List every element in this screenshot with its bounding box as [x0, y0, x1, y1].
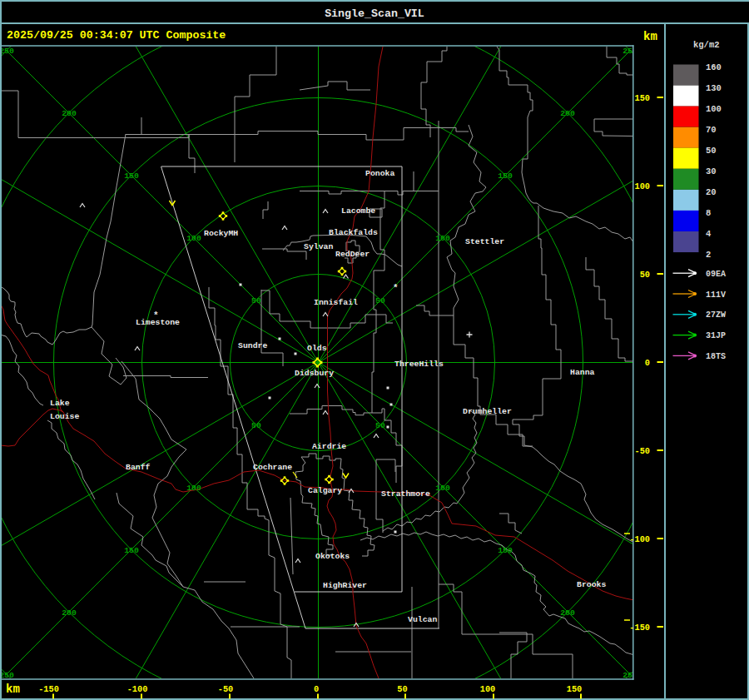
svg-text:Lacombe: Lacombe	[341, 206, 375, 216]
svg-text:250: 250	[0, 47, 14, 56]
svg-text:-150: -150	[629, 623, 650, 633]
svg-text:-50: -50	[218, 684, 234, 694]
svg-text:-50: -50	[634, 446, 650, 456]
svg-text:Banff: Banff	[126, 463, 151, 472]
svg-text:31JP: 31JP	[706, 331, 726, 340]
svg-text:Innisfail: Innisfail	[314, 298, 358, 307]
svg-text:Airdrie: Airdrie	[312, 442, 346, 451]
svg-text:Sundre: Sundre	[238, 341, 267, 350]
svg-text:18TS: 18TS	[706, 352, 726, 361]
svg-text:100: 100	[435, 484, 450, 493]
svg-text:Hanna: Hanna	[570, 368, 595, 377]
svg-text:100: 100	[186, 484, 201, 493]
svg-text:50: 50	[706, 146, 717, 156]
svg-text:100: 100	[435, 234, 450, 243]
svg-text:Stettler: Stettler	[465, 237, 504, 246]
svg-text:Calgary: Calgary	[308, 486, 342, 495]
svg-text:100: 100	[186, 234, 201, 243]
svg-text:20: 20	[706, 187, 717, 197]
svg-text:RedDeer: RedDeer	[335, 250, 370, 259]
svg-text:0: 0	[645, 358, 650, 368]
svg-text:Strathmore: Strathmore	[381, 489, 430, 499]
svg-text:2025/09/25 00:34:07 UTC Compos: 2025/09/25 00:34:07 UTC Composite	[7, 29, 226, 42]
svg-text:100: 100	[634, 181, 650, 191]
svg-text:150: 150	[124, 171, 139, 181]
svg-text:70: 70	[706, 125, 717, 135]
svg-text:50: 50	[251, 296, 261, 305]
svg-text:150: 150	[498, 171, 513, 181]
svg-text:Didsbury: Didsbury	[295, 369, 334, 378]
svg-text:200: 200	[62, 109, 77, 118]
svg-text:50: 50	[375, 421, 385, 430]
svg-text:kg/m2: kg/m2	[693, 40, 720, 50]
svg-text:50: 50	[375, 296, 385, 305]
svg-text:30: 30	[706, 166, 717, 176]
svg-text:Sylvan: Sylvan	[304, 242, 333, 251]
svg-text:160: 160	[706, 62, 722, 72]
svg-text:Lake: Lake	[50, 399, 70, 408]
svg-text:09EA: 09EA	[706, 270, 726, 279]
svg-text:Ponoka: Ponoka	[365, 169, 394, 178]
svg-text:*: *	[393, 283, 399, 293]
svg-text:200: 200	[560, 608, 575, 618]
svg-text:km: km	[6, 683, 20, 696]
svg-text:-100: -100	[127, 684, 148, 694]
svg-text:Vulcan: Vulcan	[408, 615, 437, 624]
svg-text:150: 150	[567, 684, 583, 694]
svg-text:200: 200	[560, 109, 575, 118]
svg-text:200: 200	[62, 608, 77, 618]
svg-text:-100: -100	[629, 534, 650, 544]
svg-text:2: 2	[706, 250, 711, 260]
svg-text:HighRiver: HighRiver	[323, 581, 367, 590]
svg-text:Okotoks: Okotoks	[315, 552, 350, 561]
svg-text:100: 100	[706, 104, 722, 114]
svg-text:RockyMH: RockyMH	[204, 229, 238, 238]
svg-text:4: 4	[706, 229, 711, 239]
svg-text:150: 150	[634, 93, 650, 103]
svg-text:Brooks: Brooks	[577, 580, 606, 589]
svg-text:50: 50	[251, 421, 261, 430]
svg-text:27ZW: 27ZW	[706, 310, 726, 320]
svg-text:50: 50	[640, 270, 650, 280]
svg-text:Cochrane: Cochrane	[253, 463, 292, 472]
svg-text:50: 50	[397, 684, 407, 694]
svg-text:-150: -150	[38, 684, 59, 694]
svg-text:Single_Scan_VIL: Single_Scan_VIL	[325, 7, 424, 20]
svg-text:ThreeHills: ThreeHills	[394, 360, 444, 369]
svg-text:130: 130	[706, 83, 722, 93]
svg-text:Olds: Olds	[307, 344, 327, 353]
svg-text:8: 8	[706, 208, 711, 218]
svg-text:150: 150	[124, 546, 139, 555]
svg-text:km: km	[643, 30, 657, 43]
svg-text:150: 150	[498, 546, 513, 555]
svg-text:100: 100	[480, 684, 496, 694]
svg-text:0: 0	[314, 684, 319, 694]
svg-text:Blackfalds: Blackfalds	[329, 228, 378, 237]
svg-text:Drumheller: Drumheller	[463, 407, 512, 416]
svg-text:Louise: Louise	[50, 412, 79, 421]
svg-text:111V: 111V	[706, 290, 726, 300]
svg-text:*: *	[153, 310, 159, 320]
